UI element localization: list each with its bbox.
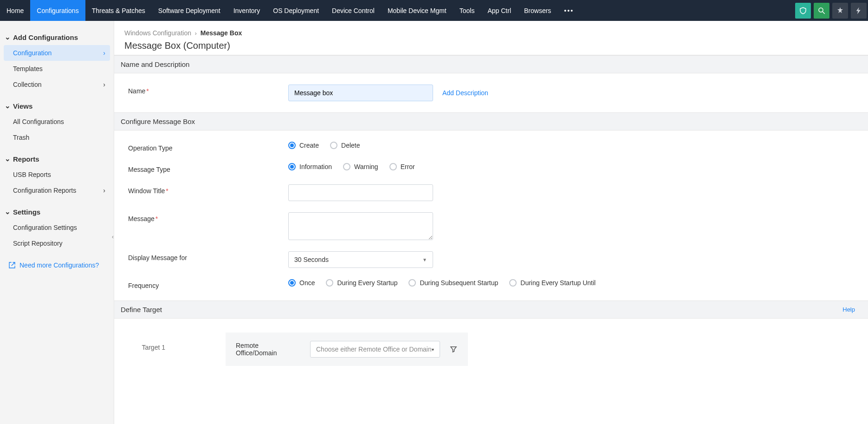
frequency-radio-during-every-startup[interactable]: During Every Startup <box>326 279 397 287</box>
nav-item-software-deployment[interactable]: Software Deployment <box>152 0 227 21</box>
frequency-radio-during-every-startup-until[interactable]: During Every Startup Until <box>509 279 596 287</box>
sidebar-item-collection[interactable]: Collection› <box>0 77 114 92</box>
sidebar-group-views[interactable]: ⌄Views <box>0 98 114 114</box>
breadcrumb: Windows Configuration › Message Box <box>124 29 868 37</box>
shield-icon[interactable] <box>795 3 811 19</box>
nav-item-configurations[interactable]: Configurations <box>30 0 85 21</box>
nav-item-inventory[interactable]: Inventory <box>227 0 267 21</box>
chevron-down-icon: ⌄ <box>5 33 10 41</box>
page-title: Message Box (Computer) <box>124 40 868 51</box>
external-link-icon <box>8 261 16 269</box>
section-header-name-description: Name and Description <box>114 55 868 73</box>
breadcrumb-current: Message Box <box>201 29 242 37</box>
sidebar-item-configuration[interactable]: Configuration› <box>4 45 110 61</box>
chevron-right-icon: › <box>195 30 197 37</box>
nav-item-tools[interactable]: Tools <box>453 0 481 21</box>
operation-type-radio-delete[interactable]: Delete <box>330 142 360 149</box>
chevron-down-icon: ⌄ <box>5 102 10 110</box>
chevron-down-icon: ▼ <box>422 257 427 262</box>
message-textarea[interactable] <box>288 212 433 240</box>
sidebar-item-all-configurations[interactable]: All Configurations <box>0 114 114 130</box>
chevron-down-icon: ⌄ <box>5 155 10 163</box>
operation-type-label: Operation Type <box>128 142 288 152</box>
help-link[interactable]: Help <box>842 306 855 313</box>
target-number-label: Target 1 <box>128 333 165 351</box>
display-message-select[interactable]: 30 Seconds ▼ <box>288 251 433 268</box>
notification-icon[interactable] <box>832 3 848 19</box>
nav-more-icon[interactable]: ••• <box>557 0 580 21</box>
chevron-right-icon: › <box>103 81 105 88</box>
nav-item-app-ctrl[interactable]: App Ctrl <box>481 0 518 21</box>
nav-item-mobile-device-mgmt[interactable]: Mobile Device Mgmt <box>381 0 453 21</box>
chevron-right-icon: › <box>103 49 105 57</box>
nav-item-os-deployment[interactable]: OS Deployment <box>266 0 325 21</box>
radio-dot-icon <box>288 142 296 149</box>
sidebar-group-settings[interactable]: ⌄Settings <box>0 204 114 220</box>
message-type-radio-information[interactable]: Information <box>288 163 332 170</box>
frequency-radio-during-subsequent-startup[interactable]: During Subsequent Startup <box>408 279 498 287</box>
chevron-down-icon: ▾ <box>432 347 434 352</box>
breadcrumb-parent[interactable]: Windows Configuration <box>124 29 191 37</box>
frequency-label: Frequency <box>128 279 288 289</box>
svg-point-0 <box>819 8 823 12</box>
radio-dot-icon <box>330 142 337 149</box>
bolt-icon[interactable] <box>851 3 867 19</box>
radio-dot-icon <box>408 279 416 287</box>
top-nav: HomeConfigurationsThreats & PatchesSoftw… <box>0 0 868 21</box>
message-type-label: Message Type <box>128 163 288 173</box>
name-label: Name* <box>128 85 288 95</box>
sidebar-item-trash[interactable]: Trash <box>0 130 114 145</box>
sidebar-item-configuration-reports[interactable]: Configuration Reports› <box>0 183 114 198</box>
section-header-define-target: Define Target Help <box>114 300 868 319</box>
radio-dot-icon <box>389 163 397 170</box>
name-input[interactable] <box>288 85 433 101</box>
chevron-right-icon: › <box>103 187 105 194</box>
sidebar-group-reports[interactable]: ⌄Reports <box>0 151 114 167</box>
need-more-configurations-link[interactable]: Need more Configurations? <box>0 257 114 274</box>
radio-dot-icon <box>343 163 350 170</box>
main-content: Windows Configuration › Message Box Mess… <box>114 21 868 424</box>
radio-dot-icon <box>288 163 296 170</box>
message-type-radio-error[interactable]: Error <box>389 163 415 170</box>
remote-office-domain-label: Remote Office/Domain <box>236 342 301 357</box>
sidebar-item-templates[interactable]: Templates <box>0 61 114 77</box>
message-type-radio-warning[interactable]: Warning <box>343 163 378 170</box>
message-label: Message* <box>128 212 288 222</box>
radio-dot-icon <box>326 279 333 287</box>
search-icon[interactable] <box>814 3 829 19</box>
sidebar-item-configuration-settings[interactable]: Configuration Settings <box>0 220 114 235</box>
radio-dot-icon <box>509 279 517 287</box>
frequency-radio-once[interactable]: Once <box>288 279 315 287</box>
nav-item-browsers[interactable]: Browsers <box>518 0 557 21</box>
nav-item-home[interactable]: Home <box>0 0 30 21</box>
nav-item-threats-patches[interactable]: Threats & Patches <box>85 0 152 21</box>
sidebar-item-script-repository[interactable]: Script Repository <box>0 235 114 251</box>
remote-office-domain-select[interactable]: Choose either Remote Office or Domain ▾ <box>310 341 440 358</box>
add-description-link[interactable]: Add Description <box>442 89 488 97</box>
radio-dot-icon <box>288 279 296 287</box>
filter-icon[interactable] <box>449 345 458 353</box>
chevron-down-icon: ⌄ <box>5 208 10 216</box>
sidebar-collapse-handle[interactable]: ‹‹ <box>112 235 114 244</box>
sidebar: ⌄Add ConfigurationsConfiguration›Templat… <box>0 21 114 424</box>
svg-line-1 <box>823 12 825 14</box>
section-header-configure: Configure Message Box <box>114 112 868 130</box>
sidebar-item-usb-reports[interactable]: USB Reports <box>0 167 114 183</box>
window-title-label: Window Title* <box>128 184 288 195</box>
nav-item-device-control[interactable]: Device Control <box>325 0 381 21</box>
operation-type-radio-create[interactable]: Create <box>288 142 319 149</box>
sidebar-group-add-configurations[interactable]: ⌄Add Configurations <box>0 29 114 45</box>
window-title-input[interactable] <box>288 184 433 201</box>
display-message-for-label: Display Message for <box>128 251 288 261</box>
